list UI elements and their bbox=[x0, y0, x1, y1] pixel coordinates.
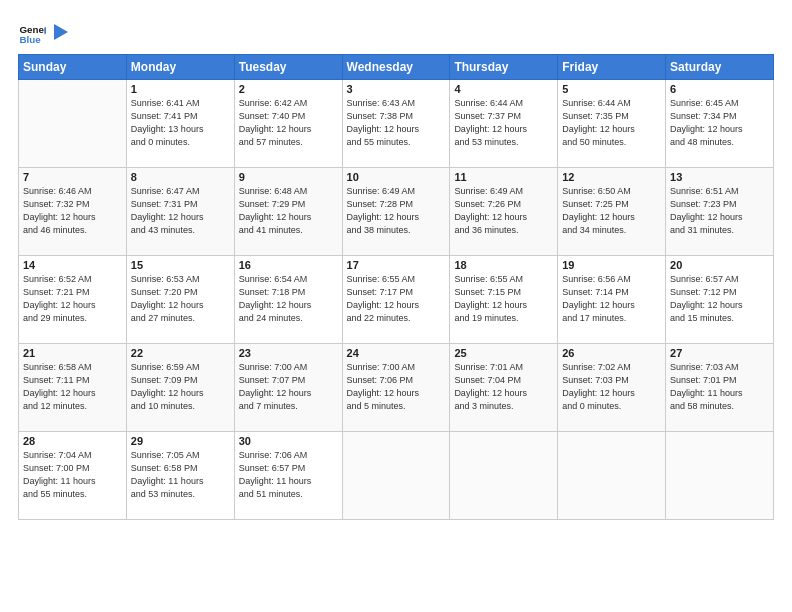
day-cell: 26Sunrise: 7:02 AM Sunset: 7:03 PM Dayli… bbox=[558, 344, 666, 432]
day-number: 29 bbox=[131, 435, 230, 447]
day-cell: 23Sunrise: 7:00 AM Sunset: 7:07 PM Dayli… bbox=[234, 344, 342, 432]
day-number: 13 bbox=[670, 171, 769, 183]
day-cell: 3Sunrise: 6:43 AM Sunset: 7:38 PM Daylig… bbox=[342, 80, 450, 168]
day-cell: 15Sunrise: 6:53 AM Sunset: 7:20 PM Dayli… bbox=[126, 256, 234, 344]
day-cell: 24Sunrise: 7:00 AM Sunset: 7:06 PM Dayli… bbox=[342, 344, 450, 432]
day-number: 20 bbox=[670, 259, 769, 271]
weekday-header-sunday: Sunday bbox=[19, 55, 127, 80]
day-info: Sunrise: 6:58 AM Sunset: 7:11 PM Dayligh… bbox=[23, 361, 122, 413]
day-cell: 27Sunrise: 7:03 AM Sunset: 7:01 PM Dayli… bbox=[666, 344, 774, 432]
day-number: 22 bbox=[131, 347, 230, 359]
day-number: 1 bbox=[131, 83, 230, 95]
day-number: 26 bbox=[562, 347, 661, 359]
day-number: 12 bbox=[562, 171, 661, 183]
svg-text:Blue: Blue bbox=[19, 34, 41, 45]
day-number: 27 bbox=[670, 347, 769, 359]
day-number: 3 bbox=[347, 83, 446, 95]
day-info: Sunrise: 6:59 AM Sunset: 7:09 PM Dayligh… bbox=[131, 361, 230, 413]
day-info: Sunrise: 7:06 AM Sunset: 6:57 PM Dayligh… bbox=[239, 449, 338, 501]
logo-icon: General Blue bbox=[18, 18, 46, 46]
day-info: Sunrise: 6:47 AM Sunset: 7:31 PM Dayligh… bbox=[131, 185, 230, 237]
day-number: 9 bbox=[239, 171, 338, 183]
day-cell: 2Sunrise: 6:42 AM Sunset: 7:40 PM Daylig… bbox=[234, 80, 342, 168]
day-number: 8 bbox=[131, 171, 230, 183]
day-cell bbox=[342, 432, 450, 520]
day-number: 24 bbox=[347, 347, 446, 359]
day-cell: 1Sunrise: 6:41 AM Sunset: 7:41 PM Daylig… bbox=[126, 80, 234, 168]
week-row-2: 7Sunrise: 6:46 AM Sunset: 7:32 PM Daylig… bbox=[19, 168, 774, 256]
day-info: Sunrise: 6:49 AM Sunset: 7:28 PM Dayligh… bbox=[347, 185, 446, 237]
day-number: 17 bbox=[347, 259, 446, 271]
day-info: Sunrise: 6:43 AM Sunset: 7:38 PM Dayligh… bbox=[347, 97, 446, 149]
weekday-header-row: SundayMondayTuesdayWednesdayThursdayFrid… bbox=[19, 55, 774, 80]
day-info: Sunrise: 6:45 AM Sunset: 7:34 PM Dayligh… bbox=[670, 97, 769, 149]
day-cell: 20Sunrise: 6:57 AM Sunset: 7:12 PM Dayli… bbox=[666, 256, 774, 344]
day-cell bbox=[19, 80, 127, 168]
day-number: 4 bbox=[454, 83, 553, 95]
day-cell: 16Sunrise: 6:54 AM Sunset: 7:18 PM Dayli… bbox=[234, 256, 342, 344]
day-info: Sunrise: 7:00 AM Sunset: 7:06 PM Dayligh… bbox=[347, 361, 446, 413]
day-info: Sunrise: 6:55 AM Sunset: 7:17 PM Dayligh… bbox=[347, 273, 446, 325]
day-cell: 5Sunrise: 6:44 AM Sunset: 7:35 PM Daylig… bbox=[558, 80, 666, 168]
day-cell: 10Sunrise: 6:49 AM Sunset: 7:28 PM Dayli… bbox=[342, 168, 450, 256]
day-cell: 13Sunrise: 6:51 AM Sunset: 7:23 PM Dayli… bbox=[666, 168, 774, 256]
day-info: Sunrise: 6:46 AM Sunset: 7:32 PM Dayligh… bbox=[23, 185, 122, 237]
week-row-1: 1Sunrise: 6:41 AM Sunset: 7:41 PM Daylig… bbox=[19, 80, 774, 168]
day-cell bbox=[666, 432, 774, 520]
day-info: Sunrise: 6:52 AM Sunset: 7:21 PM Dayligh… bbox=[23, 273, 122, 325]
day-info: Sunrise: 7:00 AM Sunset: 7:07 PM Dayligh… bbox=[239, 361, 338, 413]
day-info: Sunrise: 6:56 AM Sunset: 7:14 PM Dayligh… bbox=[562, 273, 661, 325]
day-number: 16 bbox=[239, 259, 338, 271]
day-number: 15 bbox=[131, 259, 230, 271]
day-info: Sunrise: 7:02 AM Sunset: 7:03 PM Dayligh… bbox=[562, 361, 661, 413]
day-cell: 29Sunrise: 7:05 AM Sunset: 6:58 PM Dayli… bbox=[126, 432, 234, 520]
day-number: 2 bbox=[239, 83, 338, 95]
day-cell: 21Sunrise: 6:58 AM Sunset: 7:11 PM Dayli… bbox=[19, 344, 127, 432]
logo-arrow bbox=[54, 22, 72, 42]
day-info: Sunrise: 7:04 AM Sunset: 7:00 PM Dayligh… bbox=[23, 449, 122, 501]
page: General Blue SundayMondayTuesdayWednesda… bbox=[0, 0, 792, 612]
day-cell: 17Sunrise: 6:55 AM Sunset: 7:17 PM Dayli… bbox=[342, 256, 450, 344]
svg-marker-3 bbox=[45, 26, 46, 34]
day-info: Sunrise: 7:03 AM Sunset: 7:01 PM Dayligh… bbox=[670, 361, 769, 413]
weekday-header-tuesday: Tuesday bbox=[234, 55, 342, 80]
day-cell bbox=[450, 432, 558, 520]
day-number: 19 bbox=[562, 259, 661, 271]
day-cell: 19Sunrise: 6:56 AM Sunset: 7:14 PM Dayli… bbox=[558, 256, 666, 344]
day-number: 30 bbox=[239, 435, 338, 447]
day-cell: 9Sunrise: 6:48 AM Sunset: 7:29 PM Daylig… bbox=[234, 168, 342, 256]
calendar-table: SundayMondayTuesdayWednesdayThursdayFrid… bbox=[18, 54, 774, 520]
day-cell: 8Sunrise: 6:47 AM Sunset: 7:31 PM Daylig… bbox=[126, 168, 234, 256]
day-info: Sunrise: 7:05 AM Sunset: 6:58 PM Dayligh… bbox=[131, 449, 230, 501]
week-row-5: 28Sunrise: 7:04 AM Sunset: 7:00 PM Dayli… bbox=[19, 432, 774, 520]
day-cell: 7Sunrise: 6:46 AM Sunset: 7:32 PM Daylig… bbox=[19, 168, 127, 256]
day-number: 21 bbox=[23, 347, 122, 359]
weekday-header-monday: Monday bbox=[126, 55, 234, 80]
day-number: 23 bbox=[239, 347, 338, 359]
day-info: Sunrise: 6:41 AM Sunset: 7:41 PM Dayligh… bbox=[131, 97, 230, 149]
day-info: Sunrise: 6:54 AM Sunset: 7:18 PM Dayligh… bbox=[239, 273, 338, 325]
weekday-header-thursday: Thursday bbox=[450, 55, 558, 80]
week-row-4: 21Sunrise: 6:58 AM Sunset: 7:11 PM Dayli… bbox=[19, 344, 774, 432]
day-cell: 28Sunrise: 7:04 AM Sunset: 7:00 PM Dayli… bbox=[19, 432, 127, 520]
day-number: 18 bbox=[454, 259, 553, 271]
header: General Blue bbox=[18, 18, 774, 46]
day-cell: 6Sunrise: 6:45 AM Sunset: 7:34 PM Daylig… bbox=[666, 80, 774, 168]
day-info: Sunrise: 6:42 AM Sunset: 7:40 PM Dayligh… bbox=[239, 97, 338, 149]
week-row-3: 14Sunrise: 6:52 AM Sunset: 7:21 PM Dayli… bbox=[19, 256, 774, 344]
day-info: Sunrise: 6:49 AM Sunset: 7:26 PM Dayligh… bbox=[454, 185, 553, 237]
day-number: 6 bbox=[670, 83, 769, 95]
day-info: Sunrise: 6:44 AM Sunset: 7:37 PM Dayligh… bbox=[454, 97, 553, 149]
day-cell: 30Sunrise: 7:06 AM Sunset: 6:57 PM Dayli… bbox=[234, 432, 342, 520]
day-cell: 22Sunrise: 6:59 AM Sunset: 7:09 PM Dayli… bbox=[126, 344, 234, 432]
day-info: Sunrise: 6:53 AM Sunset: 7:20 PM Dayligh… bbox=[131, 273, 230, 325]
day-number: 11 bbox=[454, 171, 553, 183]
day-number: 25 bbox=[454, 347, 553, 359]
day-cell bbox=[558, 432, 666, 520]
day-number: 5 bbox=[562, 83, 661, 95]
day-cell: 14Sunrise: 6:52 AM Sunset: 7:21 PM Dayli… bbox=[19, 256, 127, 344]
day-number: 7 bbox=[23, 171, 122, 183]
day-cell: 11Sunrise: 6:49 AM Sunset: 7:26 PM Dayli… bbox=[450, 168, 558, 256]
svg-marker-4 bbox=[54, 24, 68, 40]
day-info: Sunrise: 6:51 AM Sunset: 7:23 PM Dayligh… bbox=[670, 185, 769, 237]
